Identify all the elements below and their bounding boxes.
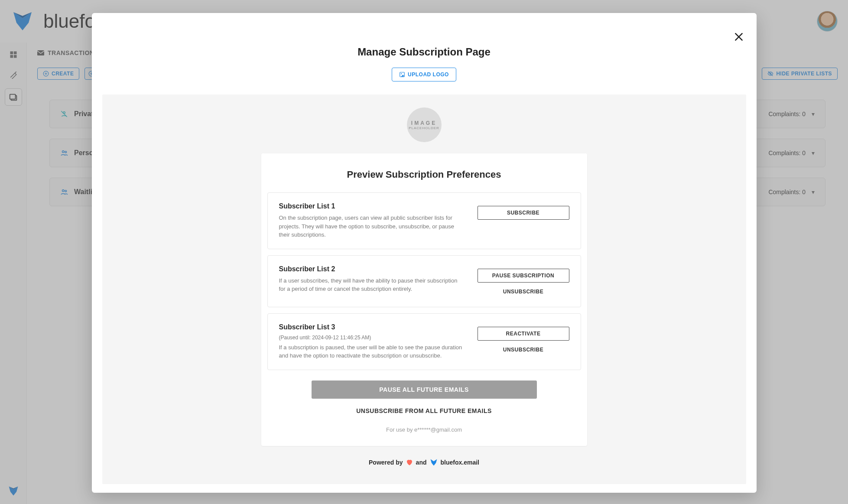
logo-placeholder: IMAGE PLACEHOLDER (407, 107, 442, 142)
placeholder-text-1: IMAGE (411, 120, 437, 126)
subscription-desc: On the subscription page, users can view… (279, 214, 465, 239)
subscription-paused: (Paused until: 2024-09-12 11:46:25 AM) (279, 335, 465, 341)
upload-logo-button[interactable]: UPLOAD LOGO (392, 68, 456, 81)
subscription-name: Subscriber List 1 (279, 202, 465, 210)
image-icon (399, 72, 405, 78)
powered-by: Powered by and bluefox.email (102, 458, 746, 467)
preferences-card: Preview Subscription Preferences Subscri… (261, 153, 587, 446)
for-use-label: For use by e******@gmail.com (267, 426, 581, 433)
upload-label: UPLOAD LOGO (408, 72, 449, 78)
subscription-name: Subscriber List 3 (279, 323, 465, 331)
subscription-desc: If a subscription is paused, the user wi… (279, 343, 465, 360)
placeholder-text-2: PLACEHOLDER (409, 126, 439, 130)
preferences-title: Preview Subscription Preferences (267, 169, 581, 180)
manage-subscription-dialog: Manage Subscription Page UPLOAD LOGO IMA… (92, 13, 757, 493)
pause-all-button[interactable]: PAUSE ALL FUTURE EMAILS (312, 380, 537, 399)
subscribe-button[interactable]: SUBSCRIBE (478, 206, 569, 220)
subscription-name: Subscriber List 2 (279, 265, 465, 273)
brand-icon (429, 458, 438, 467)
subscription-item: Subscriber List 1 On the subscription pa… (267, 192, 581, 249)
reactivate-button[interactable]: REACTIVATE (478, 327, 569, 341)
unsubscribe-button[interactable]: UNSUBSCRIBE (478, 286, 569, 297)
subscription-desc: If a user subscribes, they will have the… (279, 276, 465, 293)
unsubscribe-all-button[interactable]: UNSUBSCRIBE FROM ALL FUTURE EMAILS (267, 399, 581, 419)
powered-and: and (416, 459, 427, 466)
pause-subscription-button[interactable]: PAUSE SUBSCRIPTION (478, 269, 569, 283)
svg-point-16 (401, 73, 402, 74)
powered-brand: bluefox.email (441, 459, 479, 466)
subscription-item: Subscriber List 2 If a user subscribes, … (267, 255, 581, 307)
unsubscribe-button[interactable]: UNSUBSCRIBE (478, 344, 569, 355)
powered-prefix: Powered by (369, 459, 403, 466)
preview-panel: IMAGE PLACEHOLDER Preview Subscription P… (102, 94, 746, 484)
close-icon[interactable] (731, 29, 747, 45)
heart-icon (406, 458, 413, 466)
subscription-item: Subscriber List 3 (Paused until: 2024-09… (267, 313, 581, 370)
dialog-title: Manage Subscription Page (92, 13, 757, 58)
